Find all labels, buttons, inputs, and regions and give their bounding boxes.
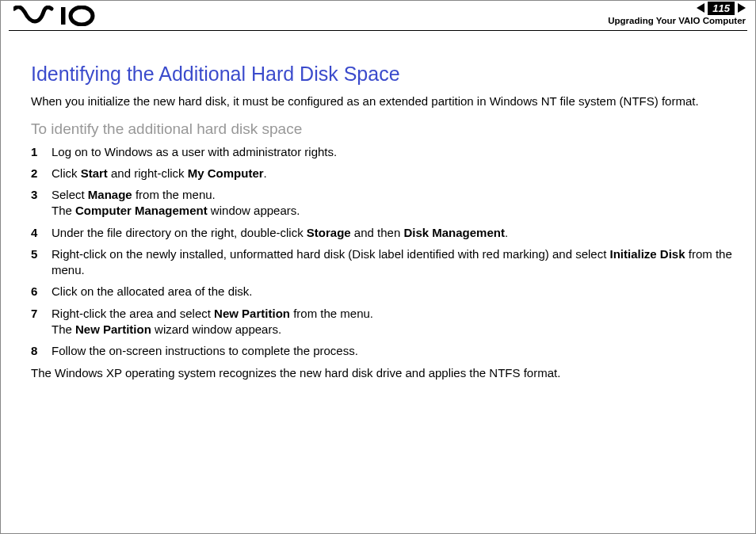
closing-paragraph: The Windows XP operating system recogniz… — [31, 365, 735, 381]
step-number: 2 — [31, 166, 52, 181]
prev-page-arrow-icon[interactable] — [697, 3, 704, 13]
step-item: 5Right-click on the newly installed, unf… — [31, 246, 735, 279]
svg-rect-0 — [61, 7, 66, 25]
step-number: 7 — [31, 306, 52, 338]
step-number: 1 — [31, 144, 52, 160]
step-item: 1Log on to Windows as a user with admini… — [31, 144, 735, 160]
step-text: Click on the allocated area of the disk. — [52, 284, 735, 299]
step-item: 3Select Manage from the menu.The Compute… — [31, 187, 735, 219]
vaio-logo — [13, 6, 101, 26]
step-number: 8 — [31, 343, 52, 359]
subheading: To identify the additional hard disk spa… — [31, 120, 735, 138]
step-text: Under the file directory on the right, d… — [52, 225, 735, 241]
step-item: 2Click Start and right-click My Computer… — [31, 166, 735, 181]
intro-paragraph: When you initialize the new hard disk, i… — [31, 93, 735, 109]
step-number: 3 — [31, 187, 52, 219]
page-content: Identifying the Additional Hard Disk Spa… — [1, 31, 755, 398]
breadcrumb: Upgrading Your VAIO Computer — [608, 15, 746, 27]
page-number: 115 — [708, 2, 735, 15]
step-text: Right-click the area and select New Part… — [52, 306, 735, 338]
step-text: Select Manage from the menu.The Computer… — [52, 187, 735, 219]
step-item: 4Under the file directory on the right, … — [31, 225, 735, 241]
page-header: 115 Upgrading Your VAIO Computer — [9, 1, 747, 31]
next-page-arrow-icon[interactable] — [738, 3, 746, 13]
step-number: 4 — [31, 225, 52, 241]
step-text: Log on to Windows as a user with adminis… — [52, 144, 735, 160]
step-text: Click Start and right-click My Computer. — [52, 166, 735, 181]
steps-list: 1Log on to Windows as a user with admini… — [31, 144, 735, 360]
step-item: 6Click on the allocated area of the disk… — [31, 284, 735, 299]
svg-point-1 — [71, 7, 93, 25]
step-number: 6 — [31, 284, 52, 299]
step-item: 8Follow the on-screen instructions to co… — [31, 343, 735, 359]
step-text: Right-click on the newly installed, unfo… — [52, 246, 735, 279]
page-nav: 115 Upgrading Your VAIO Computer — [608, 1, 746, 27]
step-text: Follow the on-screen instructions to com… — [52, 343, 735, 359]
step-item: 7Right-click the area and select New Par… — [31, 306, 735, 338]
section-title: Identifying the Additional Hard Disk Spa… — [31, 63, 735, 86]
step-number: 5 — [31, 246, 52, 279]
